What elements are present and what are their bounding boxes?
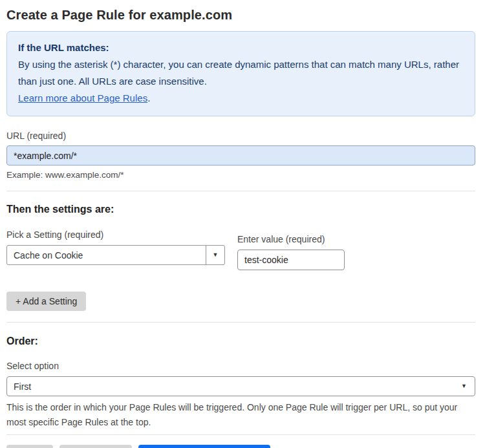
order-select-label: Select option (6, 361, 475, 371)
form-actions: Cancel Save as Draft Save and Deploy Pag… (6, 445, 475, 448)
caret-down-icon: ▼ (213, 252, 219, 258)
save-as-draft-button[interactable]: Save as Draft (59, 445, 133, 448)
url-field-label: URL (required) (6, 131, 475, 141)
info-box-heading: If the URL matches: (18, 39, 464, 56)
pick-setting-label: Pick a Setting (required) (6, 229, 225, 240)
settings-section-heading: Then the settings are: (6, 204, 475, 215)
setting-row: Pick a Setting (required) Cache on Cooki… (6, 229, 475, 270)
order-select-value: First (14, 381, 461, 392)
order-helper-text: This is the order in which your Page Rul… (6, 400, 472, 430)
setting-select-arrow-button[interactable]: ▼ (206, 246, 224, 264)
divider (6, 191, 475, 191)
divider (6, 434, 475, 435)
setting-select[interactable]: Cache on Cookie ▼ (6, 245, 225, 265)
save-and-deploy-button[interactable]: Save and Deploy Page Rule (138, 445, 270, 448)
divider (6, 322, 475, 323)
caret-down-icon: ▼ (461, 383, 467, 389)
learn-more-link[interactable]: Learn more about Page Rules (18, 92, 147, 103)
info-box-body: By using the asterisk (*) character, you… (18, 56, 464, 90)
page-title: Create a Page Rule for example.com (6, 6, 475, 23)
info-box-link-line: Learn more about Page Rules. (18, 90, 464, 107)
setting-value-input[interactable] (237, 250, 345, 270)
enter-value-label: Enter value (required) (237, 234, 345, 244)
setting-select-value: Cache on Cookie (7, 246, 206, 264)
url-input[interactable] (6, 145, 475, 165)
link-suffix: . (147, 92, 150, 103)
enter-value-column: Enter value (required) (237, 234, 345, 270)
page-rule-form: Create a Page Rule for example.com If th… (0, 0, 485, 448)
order-section-heading: Order: (6, 336, 475, 347)
order-select[interactable]: First ▼ (6, 376, 475, 396)
url-field-helper: Example: www.example.com/* (6, 170, 475, 180)
add-setting-button[interactable]: + Add a Setting (6, 292, 86, 311)
cancel-button[interactable]: Cancel (6, 445, 53, 448)
pick-setting-column: Pick a Setting (required) Cache on Cooki… (6, 229, 225, 265)
url-matches-info-box: If the URL matches: By using the asteris… (6, 31, 475, 116)
